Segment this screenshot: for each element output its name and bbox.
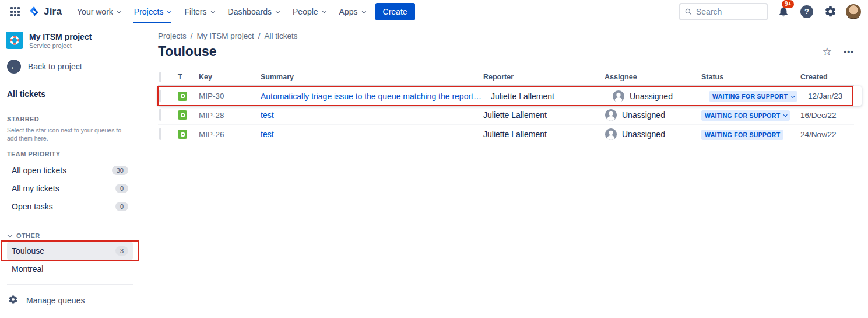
column-header-reporter: Reporter xyxy=(483,73,605,81)
issue-key[interactable]: MIP-26 xyxy=(199,130,261,139)
column-header-select-all xyxy=(158,73,178,81)
starred-section-title: STARRED xyxy=(7,112,133,126)
nav-item-label: Dashboards xyxy=(228,7,272,16)
status-lozenge[interactable]: WAITING FOR SUPPORT xyxy=(701,130,783,140)
queue-main-panel: Projects/My ITSM project/All tickets Tou… xyxy=(140,23,868,317)
nav-item-label: Your work xyxy=(77,7,113,16)
nav-item-label: Projects xyxy=(134,7,164,16)
created-date: 12/Jan/23 xyxy=(808,92,862,100)
cell-select xyxy=(158,91,178,102)
issue-summary-link[interactable]: Automatically triage issue to the queue … xyxy=(261,92,491,101)
unassigned-avatar-icon xyxy=(605,109,617,121)
issue-row[interactable]: MIP-28testJuliette LallementUnassignedWA… xyxy=(158,106,854,125)
project-avatar-icon xyxy=(6,32,23,49)
assignee-name: Unassigned xyxy=(630,92,673,101)
primary-nav: Your workProjectsFiltersDashboardsPeople… xyxy=(70,0,371,23)
assignee-cell[interactable]: Unassigned xyxy=(605,109,701,121)
reporter-name: Juliette Lallement xyxy=(483,130,605,139)
issue-summary-link[interactable]: test xyxy=(261,110,483,120)
issue-key[interactable]: MIP-28 xyxy=(199,111,261,120)
sidebar-item-open-tasks[interactable]: Open tasks0 xyxy=(7,198,133,215)
table-header-row: TKeySummaryReporterAssigneeStatusCreated xyxy=(158,71,854,86)
nav-item-projects[interactable]: Projects xyxy=(127,0,178,23)
global-search[interactable] xyxy=(679,3,768,20)
nav-item-apps[interactable]: Apps xyxy=(332,0,372,23)
nav-item-people[interactable]: People xyxy=(286,0,332,23)
issue-row[interactable]: MIP-30Automatically triage issue to the … xyxy=(158,86,862,106)
breadcrumb-item[interactable]: My ITSM project xyxy=(197,32,254,40)
other-section-toggle[interactable]: OTHER xyxy=(7,228,133,242)
column-header-type: T xyxy=(178,73,199,81)
search-input[interactable] xyxy=(696,7,762,16)
project-name: My ITSM project xyxy=(29,32,92,41)
row-checkbox[interactable] xyxy=(159,128,161,140)
sidebar-item-toulouse[interactable]: Toulouse3 xyxy=(7,242,133,260)
assignee-name: Unassigned xyxy=(622,130,665,139)
column-header-created: Created xyxy=(800,73,854,81)
status-lozenge[interactable]: WAITING FOR SUPPORT xyxy=(701,110,790,121)
cell-status: WAITING FOR SUPPORT xyxy=(709,90,808,102)
cell-status: WAITING FOR SUPPORT xyxy=(701,129,800,140)
breadcrumb-item[interactable]: Projects xyxy=(158,32,187,40)
help-icon: ? xyxy=(800,5,813,18)
app-switcher-icon[interactable] xyxy=(6,2,24,21)
user-avatar xyxy=(846,4,861,19)
sidebar-item-all-tickets[interactable]: All tickets xyxy=(0,82,140,106)
status-lozenge[interactable]: WAITING FOR SUPPORT xyxy=(709,91,797,102)
sidebar-item-all-my-tickets[interactable]: All my tickets0 xyxy=(7,180,133,197)
breadcrumb-item[interactable]: All tickets xyxy=(265,32,298,40)
row-checkbox[interactable] xyxy=(159,109,161,121)
cell-select xyxy=(158,129,178,139)
nav-item-your-work[interactable]: Your work xyxy=(70,0,127,23)
footer-item-label: Manage queues xyxy=(26,296,85,305)
column-header-summary: Summary xyxy=(261,73,483,81)
issue-row[interactable]: MIP-26testJuliette LallementUnassignedWA… xyxy=(158,125,854,144)
project-type: Service project xyxy=(29,42,92,49)
issue-summary-link[interactable]: test xyxy=(261,130,483,139)
chevron-down-icon xyxy=(117,8,121,13)
more-options-button[interactable]: ••• xyxy=(844,47,854,57)
user-profile-button[interactable] xyxy=(846,4,861,19)
issues-table: TKeySummaryReporterAssigneeStatusCreated… xyxy=(158,71,854,144)
breadcrumb-separator: / xyxy=(258,32,261,40)
status-chevron-icon xyxy=(791,94,795,98)
reporter-name: Juliette Lallement xyxy=(491,92,612,101)
sidebar-item-all-open-tickets[interactable]: All open tickets30 xyxy=(7,162,133,179)
chevron-down-icon xyxy=(322,8,326,13)
select-all-checkbox[interactable] xyxy=(159,72,161,82)
queue-label: Toulouse xyxy=(12,246,44,256)
cell-type xyxy=(178,110,199,120)
sidebar-item-montreal[interactable]: Montreal xyxy=(7,260,133,278)
create-button[interactable]: Create xyxy=(375,3,415,20)
breadcrumb-separator: / xyxy=(191,32,193,40)
nav-item-label: Apps xyxy=(339,7,358,16)
nav-item-dashboards[interactable]: Dashboards xyxy=(221,0,286,23)
back-to-project-button[interactable]: ← Back to project xyxy=(0,49,140,82)
issue-key[interactable]: MIP-30 xyxy=(199,92,261,100)
queue-label: All open tickets xyxy=(12,166,66,175)
project-header[interactable]: My ITSM project Service project xyxy=(0,32,140,49)
project-sidebar: My ITSM project Service project ← Back t… xyxy=(0,23,140,317)
jira-logo[interactable]: Jira xyxy=(24,5,70,18)
assignee-cell[interactable]: Unassigned xyxy=(612,90,709,103)
notification-badge: 9+ xyxy=(782,0,794,8)
row-checkbox[interactable] xyxy=(159,90,161,102)
back-arrow-icon: ← xyxy=(7,60,21,74)
gear-icon xyxy=(824,5,837,18)
notifications-button[interactable]: 9+ xyxy=(776,4,791,19)
sidebar-footer-give-feedback[interactable]: Give feedback xyxy=(7,312,133,318)
cell-select xyxy=(158,110,178,120)
queue-label: Open tasks xyxy=(12,202,53,211)
settings-button[interactable] xyxy=(823,4,838,19)
queue-count-badge: 30 xyxy=(112,166,128,175)
search-icon xyxy=(685,8,692,16)
help-button[interactable]: ? xyxy=(799,4,814,19)
assignee-cell[interactable]: Unassigned xyxy=(605,128,701,141)
chevron-down-icon xyxy=(361,8,366,13)
sidebar-footer-manage-queues[interactable]: Manage queues xyxy=(7,289,133,312)
page-title: Toulouse xyxy=(158,44,217,60)
star-queue-button[interactable]: ☆ xyxy=(822,45,832,58)
queue-label: All my tickets xyxy=(12,184,59,193)
nav-item-filters[interactable]: Filters xyxy=(177,0,220,23)
chevron-down-icon xyxy=(8,233,12,237)
